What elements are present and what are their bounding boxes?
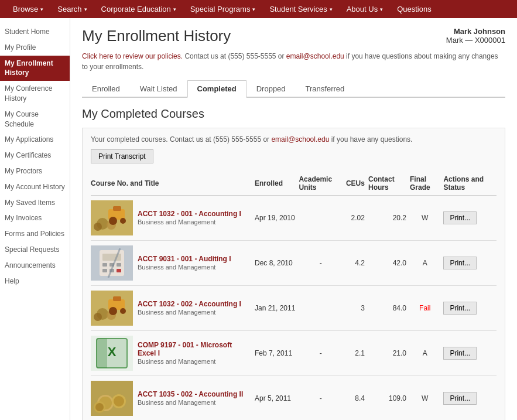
course-thumbnail bbox=[91, 291, 133, 326]
sidebar-item-my-course-schedule[interactable]: My Course Schedule bbox=[0, 107, 70, 132]
course-actions: Print... bbox=[443, 286, 497, 331]
tab-enrolled[interactable]: Enrolled bbox=[82, 80, 130, 98]
chevron-down-icon: ▾ bbox=[40, 6, 43, 12]
courses-table: Course No. and Title Enrolled Academic U… bbox=[91, 172, 497, 420]
course-title-cell: ACCT 1035 - 002 - Accounting II Business… bbox=[138, 376, 255, 421]
chevron-down-icon: ▾ bbox=[330, 6, 333, 12]
sidebar-item-my-applications[interactable]: My Applications bbox=[0, 132, 70, 148]
course-contact-hours: 84.0 bbox=[368, 286, 410, 331]
course-academic-units bbox=[299, 286, 346, 331]
th-final-grade: Final Grade bbox=[410, 172, 443, 196]
course-title-cell: ACCT 1032 - 001 - Accounting I Business … bbox=[138, 196, 255, 241]
sidebar-item-my-proctors[interactable]: My Proctors bbox=[0, 163, 70, 179]
course-image-cell bbox=[91, 286, 138, 331]
th-enrolled: Enrolled bbox=[255, 172, 299, 196]
course-thumbnail bbox=[91, 245, 133, 281]
course-title-cell: ACCT 9031 - 001 - Auditing I Business an… bbox=[138, 241, 255, 286]
tab-wait-listed[interactable]: Wait Listed bbox=[130, 80, 187, 98]
sidebar-item-student-home[interactable]: Student Home bbox=[0, 24, 70, 40]
nav-special-programs[interactable]: Special Programs ▾ bbox=[183, 0, 263, 18]
top-navigation: Browse ▾ Search ▾ Corporate Education ▾ … bbox=[0, 0, 517, 18]
print-button[interactable]: Print... bbox=[443, 257, 477, 269]
enrollment-info-text: Click here to review our policies. Conta… bbox=[82, 51, 505, 72]
nav-corporate-education[interactable]: Corporate Education ▾ bbox=[94, 0, 183, 18]
print-button[interactable]: Print... bbox=[443, 211, 477, 224]
course-title-cell: ACCT 1032 - 002 - Accounting I Business … bbox=[138, 286, 255, 331]
sidebar-item-special-requests[interactable]: Special Requests bbox=[0, 242, 70, 258]
course-thumbnail bbox=[91, 381, 133, 416]
nav-search[interactable]: Search ▾ bbox=[50, 0, 94, 18]
course-image-cell: X bbox=[91, 331, 138, 376]
course-enrolled: Feb 7, 2011 bbox=[255, 331, 299, 376]
print-button[interactable]: Print... bbox=[443, 347, 477, 360]
course-image-cell bbox=[91, 241, 138, 286]
sidebar: Student Home My Profile My Enrollment Hi… bbox=[0, 18, 70, 420]
print-transcript-button[interactable]: Print Transcript bbox=[91, 149, 153, 163]
page-title: My Enrollment History bbox=[82, 27, 231, 45]
th-actions: Actions and Status bbox=[443, 172, 497, 196]
sidebar-item-my-invoices[interactable]: My Invoices bbox=[0, 210, 70, 226]
course-subtitle: Business and Management bbox=[138, 309, 215, 316]
course-link[interactable]: COMP 9197 - 001 - Microsoft Excel I bbox=[138, 341, 232, 357]
sidebar-item-my-enrollment-history[interactable]: My Enrollment History bbox=[0, 56, 70, 81]
svg-rect-30 bbox=[97, 339, 107, 368]
sidebar-item-forms-and-policies[interactable]: Forms and Policies bbox=[0, 226, 70, 242]
course-ceus: 8.4 bbox=[346, 376, 368, 421]
th-course-title: Course No. and Title bbox=[91, 172, 255, 196]
th-academic-units: Academic Units bbox=[299, 172, 346, 196]
sidebar-item-my-profile[interactable]: My Profile bbox=[0, 40, 70, 56]
course-link[interactable]: ACCT 9031 - 001 - Auditing I bbox=[138, 255, 231, 263]
tab-dropped[interactable]: Dropped bbox=[246, 80, 296, 98]
svg-point-21 bbox=[94, 313, 102, 321]
course-link[interactable]: ACCT 1032 - 002 - Accounting I bbox=[138, 300, 241, 308]
course-ceus: 3 bbox=[346, 286, 368, 331]
email-link[interactable]: email@school.edu bbox=[286, 52, 344, 60]
table-row: X COMP 9197 - 001 - Microsoft Excel I Bu… bbox=[91, 331, 497, 376]
course-enrolled: Apr 19, 2010 bbox=[255, 196, 299, 241]
course-subtitle: Business and Management bbox=[138, 358, 215, 365]
user-id: Mark — X000001 bbox=[446, 36, 505, 45]
nav-about-us[interactable]: About Us ▾ bbox=[340, 0, 390, 18]
course-actions: Print... bbox=[443, 376, 497, 421]
course-academic-units: - bbox=[299, 241, 346, 286]
print-button[interactable]: Print... bbox=[443, 302, 477, 315]
svg-text:X: X bbox=[108, 344, 117, 359]
sidebar-item-my-saved-items[interactable]: My Saved Items bbox=[0, 195, 70, 211]
tab-transferred[interactable]: Transferred bbox=[296, 80, 355, 98]
sidebar-item-my-certificates[interactable]: My Certificates bbox=[0, 148, 70, 163]
nav-student-services[interactable]: Student Services ▾ bbox=[262, 0, 339, 18]
svg-point-6 bbox=[109, 217, 117, 225]
course-final-grade: W bbox=[410, 196, 443, 241]
course-link[interactable]: ACCT 1035 - 002 - Accounting II bbox=[138, 390, 243, 398]
course-enrolled: Jan 21, 2011 bbox=[255, 286, 299, 331]
th-ceus: CEUs bbox=[346, 172, 368, 196]
course-final-grade: A bbox=[410, 331, 443, 376]
policy-link[interactable]: Click here to review our policies. bbox=[82, 52, 183, 60]
svg-point-3 bbox=[94, 223, 102, 231]
section-title: My Completed Courses bbox=[82, 107, 505, 121]
course-academic-units: - bbox=[299, 331, 346, 376]
course-contact-hours: 20.2 bbox=[368, 196, 410, 241]
course-ceus: 4.2 bbox=[346, 241, 368, 286]
sidebar-item-my-conference-history[interactable]: My Conference History bbox=[0, 81, 70, 107]
user-info: Mark Johnson Mark — X000001 bbox=[446, 27, 505, 45]
print-button[interactable]: Print... bbox=[443, 392, 477, 405]
sidebar-item-announcements[interactable]: Announcements bbox=[0, 258, 70, 274]
course-final-grade: Fail bbox=[410, 286, 443, 331]
tab-completed[interactable]: Completed bbox=[187, 80, 246, 98]
nav-questions[interactable]: Questions bbox=[390, 0, 439, 18]
sidebar-item-my-account-history[interactable]: My Account History bbox=[0, 179, 70, 195]
course-actions: Print... bbox=[443, 196, 497, 241]
chevron-down-icon: ▾ bbox=[84, 6, 87, 12]
course-final-grade: W bbox=[410, 376, 443, 421]
course-academic-units bbox=[299, 196, 346, 241]
courses-email-link[interactable]: email@school.edu bbox=[271, 135, 329, 144]
course-thumbnail bbox=[91, 200, 133, 235]
table-header-row: Course No. and Title Enrolled Academic U… bbox=[91, 172, 497, 196]
main-content: My Enrollment History Mark Johnson Mark … bbox=[70, 18, 517, 420]
course-link[interactable]: ACCT 1032 - 001 - Accounting I bbox=[138, 210, 241, 218]
course-contact-hours: 21.0 bbox=[368, 331, 410, 376]
nav-browse[interactable]: Browse ▾ bbox=[6, 0, 50, 18]
svg-rect-16 bbox=[117, 269, 121, 272]
sidebar-item-help[interactable]: Help bbox=[0, 274, 70, 289]
